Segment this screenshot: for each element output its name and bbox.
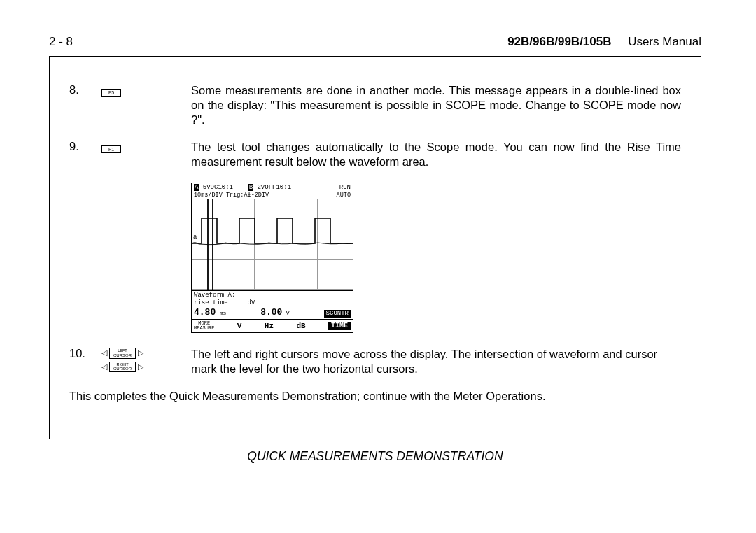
right-arrow-icon: ▷ <box>138 363 144 371</box>
page-number: 2 - 8 <box>49 35 73 49</box>
channel-a-icon: A <box>194 184 199 191</box>
scope-header-line1: A 5VDC10:1 B 2VOFF10:1 RUN <box>192 183 353 192</box>
section-footer: QUICK MEASUREMENTS DEMONSTRATION <box>49 449 701 464</box>
right-cursor-key: ◁ RIGHT CURSOR ▷ <box>102 362 191 373</box>
step-8: 8. F5 Some measurements are done in anot… <box>69 83 681 127</box>
run-status: RUN <box>340 185 351 191</box>
page-header: 2 - 8 92B/96B/99B/105B Users Manual <box>49 35 701 49</box>
left-cursor-key: ◁ LEFT CURSOR ▷ <box>102 348 191 359</box>
key-column: F5 <box>102 83 191 97</box>
dv-label: dV <box>248 300 255 306</box>
f1-key-icon: F1 <box>102 145 121 153</box>
channel-b-icon: B <box>248 184 253 191</box>
hz-key: Hz <box>265 322 274 330</box>
left-cursor-label: LEFT CURSOR <box>109 348 136 359</box>
scope-measurement-box: Waveform A: rise time dV 4.80 ms 8.00 V <box>192 290 353 319</box>
db-key: dB <box>296 322 305 330</box>
rise-time-value: 4.80 <box>194 307 216 318</box>
scope-grid: a <box>192 199 353 290</box>
step-9: 9. F1 The test tool changes automaticall… <box>69 140 681 169</box>
left-arrow-icon: ◁ <box>102 349 107 357</box>
step-number: 9. <box>69 140 102 153</box>
model-number: 92B/96B/99B/105B <box>507 35 611 48</box>
scope-display: A 5VDC10:1 B 2VOFF10:1 RUN 10ms/DIV Trig… <box>191 183 354 334</box>
meas-labels: rise time dV <box>194 300 351 306</box>
time-key: TIME <box>328 322 351 330</box>
key-column: F1 <box>102 140 191 154</box>
rise-time-label: rise time <box>194 300 228 306</box>
meas-title: Waveform A: <box>194 292 351 299</box>
step-10: 10. ◁ LEFT CURSOR ▷ ◁ RIGHT CURSOR <box>69 347 681 376</box>
v-key: V <box>237 322 242 330</box>
dv-value: 8.00 <box>260 307 282 318</box>
chan-b-setting: 2VOFF10:1 <box>257 184 291 191</box>
step-text: The test tool changes automatically to t… <box>191 140 681 169</box>
contr-indicator: $CONTR <box>324 310 351 318</box>
left-arrow-icon: ◁ <box>102 363 107 371</box>
scope-figure: A 5VDC10:1 B 2VOFF10:1 RUN 10ms/DIV Trig… <box>191 183 681 334</box>
key-column: ◁ LEFT CURSOR ▷ ◁ RIGHT CURSOR ▷ <box>102 347 191 375</box>
closing-text: This completes the Quick Measurements De… <box>69 389 681 404</box>
more-measure-key: MORE MEASURE <box>194 321 214 331</box>
right-cursor-label: RIGHT CURSOR <box>109 362 136 373</box>
doc-title: Users Manual <box>628 35 701 48</box>
step-number: 10. <box>69 347 102 360</box>
rise-time-unit: ms <box>220 310 227 316</box>
header-right: 92B/96B/99B/105B Users Manual <box>507 35 701 49</box>
content-frame: 8. F5 Some measurements are done in anot… <box>49 56 701 439</box>
step-text: Some measurements are done in another mo… <box>191 83 681 127</box>
step-number: 8. <box>69 83 102 97</box>
chan-a-setting: 5VDC10:1 <box>203 184 233 191</box>
scope-header-line2: 10ms/DIV Trig:AƗ-2DIV AUTO <box>192 192 353 200</box>
timebase-trigger: 10ms/DIV Trig:AƗ-2DIV <box>194 192 269 199</box>
meas-values: 4.80 ms 8.00 V $CONTR <box>194 308 351 318</box>
auto-status: AUTO <box>337 192 351 199</box>
dv-unit: V <box>286 310 290 316</box>
f5-key-icon: F5 <box>102 89 121 97</box>
manual-page: 2 - 8 92B/96B/99B/105B Users Manual 8. F… <box>49 35 701 464</box>
step-text: The left and right cursors move across t… <box>191 347 681 376</box>
scope-softkeys: MORE MEASURE V Hz dB TIME <box>192 319 353 332</box>
waveform-trace <box>192 199 353 290</box>
right-arrow-icon: ▷ <box>138 349 144 357</box>
